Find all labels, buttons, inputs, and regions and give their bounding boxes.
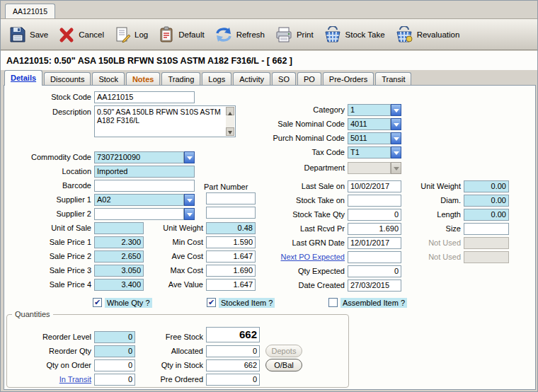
not-used2-field xyxy=(464,251,509,263)
tab-notes[interactable]: Notes xyxy=(126,72,161,86)
last-rcvd-pr-field[interactable]: 1.690 xyxy=(348,223,401,235)
sale-nominal-code-field[interactable]: 4011 xyxy=(348,118,391,130)
commodity-code-field[interactable]: 7307210090 xyxy=(94,151,184,163)
sale-price1-label: Sale Price 1 xyxy=(13,237,91,248)
purch-nominal-code-dropdown-button[interactable] xyxy=(391,132,401,144)
scroll-up-icon[interactable] xyxy=(226,107,234,115)
next-po-expected-field[interactable] xyxy=(348,251,401,263)
obal-button[interactable]: O/Bal xyxy=(265,359,302,371)
stock-take-qty-field[interactable]: 0 xyxy=(348,209,401,221)
stocked-item-checkbox[interactable] xyxy=(207,298,216,307)
ave-cost-label: Ave Cost xyxy=(132,251,203,262)
category-dropdown-button[interactable] xyxy=(391,104,401,116)
description-field[interactable]: 0.50" ASA 150LB RFWN S10S ASTM A182 F316… xyxy=(94,105,236,137)
length-field[interactable]: 0.00 xyxy=(464,209,509,221)
tab-pre-orders[interactable]: Pre-Orders xyxy=(323,72,374,86)
assembled-item-checkbox-label[interactable]: Assembled Item ? xyxy=(340,298,407,308)
barcode-field[interactable] xyxy=(94,180,195,192)
cancel-button[interactable]: Cancel xyxy=(58,26,104,43)
tab-stock[interactable]: Stock xyxy=(92,72,125,86)
location-field[interactable]: Imported xyxy=(94,166,195,178)
commodity-code-dropdown-button[interactable] xyxy=(184,151,195,163)
default-button[interactable]: Default xyxy=(158,26,204,43)
description-text: 0.50" ASA 150LB RFWN S10S ASTM A182 F316… xyxy=(97,108,221,125)
default-icon xyxy=(158,26,175,43)
save-icon xyxy=(9,26,26,43)
sale-nominal-code-label: Sale Nominal Code xyxy=(260,119,345,129)
sale-nominal-code-dropdown-button[interactable] xyxy=(391,118,401,130)
qty-on-order-field[interactable]: 0 xyxy=(94,359,135,371)
reorder-level-field[interactable]: 0 xyxy=(94,331,135,343)
quantities-group-label: Quantities xyxy=(12,309,53,319)
stock-take-on-field[interactable] xyxy=(348,195,401,207)
stocked-item-checkbox-label[interactable]: Stocked Item ? xyxy=(219,298,275,308)
stock-take-button[interactable]: Stock Take xyxy=(324,26,385,43)
qty-expected-field[interactable]: 0 xyxy=(348,265,401,277)
print-icon xyxy=(275,26,293,43)
print-button[interactable]: Print xyxy=(275,26,314,43)
reorder-qty-label: Reorder Qty xyxy=(13,346,91,357)
log-button[interactable]: Log xyxy=(114,26,148,43)
max-cost-field[interactable]: 1.690 xyxy=(206,265,256,277)
ave-value-field[interactable]: 1.647 xyxy=(206,279,256,291)
whole-qty-checkbox[interactable] xyxy=(93,298,102,307)
stock-code-label: Stock Code xyxy=(13,92,91,103)
cancel-icon xyxy=(58,26,75,43)
refresh-button-label: Refresh xyxy=(236,30,265,39)
part-number-label: Part Number xyxy=(204,182,261,192)
scroll-down-icon[interactable] xyxy=(226,127,234,136)
tax-code-dropdown-button[interactable] xyxy=(391,146,401,158)
tab-details[interactable]: Details xyxy=(4,70,42,86)
revaluation-button[interactable]: Revaluation xyxy=(395,26,460,43)
last-sale-on-field[interactable]: 10/02/2017 xyxy=(348,180,401,192)
unit-weight-field[interactable]: 0.48 xyxy=(206,222,256,234)
purch-nominal-code-field[interactable]: 5011 xyxy=(348,132,391,144)
tab-po[interactable]: PO xyxy=(297,72,321,86)
not-used1-label: Not Used xyxy=(394,238,461,248)
depots-button[interactable]: Depots xyxy=(265,345,302,357)
size-field[interactable] xyxy=(464,223,509,235)
refresh-button[interactable]: Refresh xyxy=(214,26,265,43)
assembled-item-checkbox[interactable] xyxy=(328,298,338,307)
supplier1-label: Supplier 1 xyxy=(13,195,91,205)
category-field[interactable]: 1 xyxy=(348,104,391,116)
supplier2-dropdown-button[interactable] xyxy=(184,208,195,220)
supplier2-field[interactable] xyxy=(94,208,184,220)
min-cost-field[interactable]: 1.590 xyxy=(206,236,256,248)
max-cost-label: Max Cost xyxy=(132,265,203,276)
tab-discounts[interactable]: Discounts xyxy=(44,72,91,86)
tab-transit[interactable]: Transit xyxy=(375,72,411,86)
stock-code-field[interactable]: AA121015 xyxy=(94,91,195,103)
in-transit-field[interactable]: 0 xyxy=(94,374,135,386)
date-created-field[interactable]: 27/03/2015 xyxy=(348,279,401,292)
sale-price4-label: Sale Price 4 xyxy=(13,279,91,290)
cancel-button-label: Cancel xyxy=(79,30,104,39)
tab-logs[interactable]: Logs xyxy=(202,72,231,86)
supplier1-dropdown-button[interactable] xyxy=(184,194,195,206)
whole-qty-checkbox-label[interactable]: Whole Qty ? xyxy=(105,298,152,308)
tab-so[interactable]: SO xyxy=(272,72,296,86)
size-label: Size xyxy=(394,224,461,234)
unit-weight-right-field[interactable]: 0.00 xyxy=(464,180,509,192)
purch-nominal-code-label: Purch Nominal Code xyxy=(260,133,345,144)
part-number-field-2[interactable] xyxy=(206,207,256,219)
in-transit-link[interactable]: In Transit xyxy=(13,374,91,385)
part-number-field-1[interactable] xyxy=(206,192,256,204)
next-po-expected-link[interactable]: Next PO Expected xyxy=(260,252,345,263)
supplier1-field[interactable]: A02 xyxy=(94,194,184,206)
stock-take-on-label: Stock Take on xyxy=(260,195,345,206)
document-tab[interactable]: AA121015 xyxy=(5,4,55,18)
description-scrollbar[interactable] xyxy=(226,107,234,136)
save-button-label: Save xyxy=(30,30,48,39)
refresh-icon xyxy=(214,26,233,43)
tab-trading[interactable]: Trading xyxy=(161,72,200,86)
last-grn-date-field[interactable]: 12/01/2017 xyxy=(348,237,401,249)
free-stock-label: Free Stock xyxy=(132,332,203,342)
diam-field[interactable]: 0.00 xyxy=(464,195,509,207)
tax-code-field[interactable]: T1 xyxy=(348,146,391,158)
tab-activity[interactable]: Activity xyxy=(233,72,270,86)
ave-cost-field[interactable]: 1.647 xyxy=(206,250,256,263)
reorder-qty-field[interactable]: 0 xyxy=(94,345,135,357)
save-button[interactable]: Save xyxy=(9,26,48,43)
supplier2-label: Supplier 2 xyxy=(13,209,91,219)
